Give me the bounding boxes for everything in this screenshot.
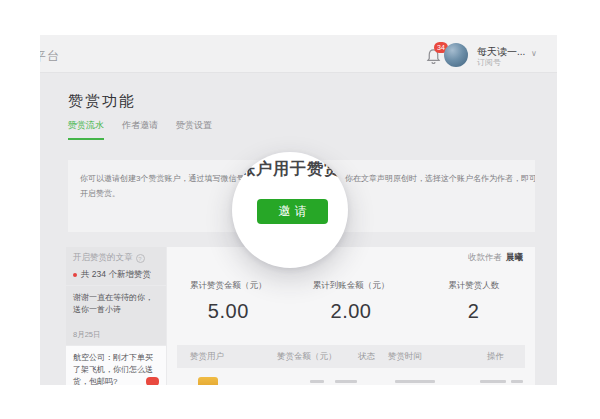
platform-logo: 平台	[40, 48, 60, 65]
table-row	[480, 380, 506, 383]
notice-text-left: 你可以邀请创建3个赞赏账户，通过填写微信号邀请	[80, 173, 260, 184]
tab-reward-records[interactable]: 赞赏流水	[68, 119, 104, 140]
help-icon[interactable]: ?	[136, 254, 145, 263]
sort-icon: ↕	[279, 345, 283, 368]
table-row	[310, 380, 324, 383]
stats-row: 累计赞赏金额（元） 5.00 累计到账金额（元） 2.00 累计赞赏人数 2	[167, 280, 535, 323]
col-actions: 操作	[487, 345, 504, 368]
new-reward-dot-icon	[73, 273, 77, 277]
article-sidebar: 开启赞赏的文章 ? 共 234 个新增赞赏 谢谢一直在等待的你，送你一首小诗 8…	[66, 247, 166, 385]
stat-total-received: 累计到账金额（元） 2.00	[290, 280, 413, 323]
reward-summary-card: 收款作者晨曦 累计赞赏金额（元） 5.00 累计到账金额（元） 2.00 累计赞…	[167, 247, 535, 385]
article-item-selected[interactable]: 谢谢一直在等待的你，送你一首小诗 8月25日	[66, 286, 166, 345]
col-status: 状态	[358, 345, 375, 368]
article-date: 8月25日	[73, 329, 101, 341]
col-reward-time: 赞赏时间	[388, 345, 422, 368]
reward-count-badge	[146, 377, 159, 385]
payee-name[interactable]: 晨曦	[506, 252, 523, 262]
payee-label: 收款作者	[468, 252, 502, 262]
tab-bar: 赞赏流水 作者邀请 赞赏设置	[68, 119, 212, 140]
article-item[interactable]: 航空公司：刚才下单买了架飞机，你们怎么送货，包邮吗?	[66, 346, 166, 385]
tab-author-invite[interactable]: 作者邀请	[122, 119, 158, 140]
account-type-label: 订阅号	[477, 57, 501, 68]
table-row	[395, 380, 435, 383]
page-title: 赞赏功能	[68, 92, 136, 111]
invite-button[interactable]: 邀请	[257, 199, 328, 224]
notice-text-right: 你在文章声明原创时，选择这个账户名作为作者，即可	[345, 173, 535, 184]
magnifier-circle: 账户用于赞赏 邀请	[232, 152, 348, 268]
new-reward-summary: 共 234 个新增赞赏	[81, 269, 151, 281]
article-title: 谢谢一直在等待的你，送你一首小诗	[73, 292, 159, 316]
table-row	[511, 380, 523, 383]
top-bar: 平台 34 每天读一... 订阅号 ∨	[40, 35, 557, 73]
sidebar-header-label: 开启赞赏的文章	[73, 252, 133, 264]
sidebar-header: 开启赞赏的文章 ? 共 234 个新增赞赏	[66, 247, 166, 285]
tab-reward-settings[interactable]: 赞赏设置	[176, 119, 212, 140]
payee-row: 收款作者晨曦	[468, 252, 523, 264]
table-header: 赞赏用户 赞赏金额（元）↕ 状态 赞赏时间 操作	[177, 345, 525, 368]
col-reward-user: 赞赏用户	[190, 345, 224, 368]
stat-total-people: 累计赞赏人数 2	[412, 280, 535, 323]
admin-page: 平台 34 每天读一... 订阅号 ∨ 赞赏功能 赞赏流水 作者邀请 赞赏设置 …	[40, 35, 557, 385]
notice-text-line2: 开启赞赏。	[80, 188, 120, 199]
account-avatar[interactable]	[444, 43, 468, 67]
table-row-avatar	[198, 377, 218, 385]
table-row	[335, 380, 357, 383]
stat-total-reward: 累计赞赏金额（元） 5.00	[167, 280, 290, 323]
chevron-down-icon[interactable]: ∨	[531, 49, 537, 58]
